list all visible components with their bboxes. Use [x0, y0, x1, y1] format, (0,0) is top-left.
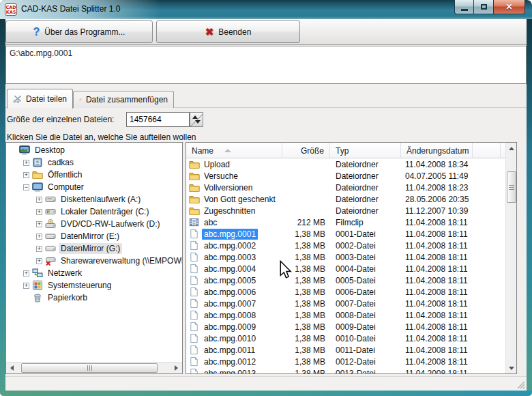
file-name-cell[interactable]: abc.mpg.0008 — [186, 309, 282, 321]
column-header-blank[interactable] — [473, 143, 501, 158]
tree-item-label[interactable]: DVD/CD-RW-Laufwerk (D:) — [59, 218, 162, 229]
file-name-label[interactable]: abc.mpg.0007 — [202, 298, 258, 309]
file-row[interactable]: abc.mpg.00121,38 MB0012-Datei11.04.2008 … — [186, 356, 505, 367]
file-name-cell[interactable]: Vollversionen — [186, 182, 282, 193]
spin-down-icon[interactable] — [195, 120, 201, 124]
file-name-label[interactable]: abc.mpg.0003 — [202, 252, 258, 263]
size-input[interactable] — [126, 112, 190, 127]
tree-item[interactable]: +DatenMirror (G:) — [6, 242, 182, 255]
file-name-label[interactable]: Von Gott geschenkt — [202, 194, 278, 205]
collapse-icon[interactable]: − — [23, 184, 29, 190]
expand-icon[interactable]: + — [23, 283, 29, 289]
file-row[interactable]: abc.mpg.00101,38 MB0010-Datei11.04.2008 … — [186, 333, 505, 344]
tree-item[interactable]: +cadkas — [6, 156, 182, 169]
file-name-label[interactable]: Versuche — [202, 171, 240, 182]
file-name-label[interactable]: Upload — [202, 159, 232, 170]
file-row[interactable]: abc.mpg.00011,38 MB0001-Datei11.04.2008 … — [186, 228, 505, 240]
file-row[interactable]: abc.mpg.00061,38 MB0006-Datei11.04.2008 … — [186, 286, 505, 298]
file-name-cell[interactable]: abc.mpg.0001 — [186, 228, 282, 240]
expand-icon[interactable]: + — [36, 209, 42, 215]
tree-item[interactable]: +Öffentlich — [6, 169, 182, 181]
tree-item[interactable]: +DatenMirror (E:) — [6, 230, 182, 242]
file-row[interactable]: abc.mpg.00031,38 MB0003-Datei11.04.2008 … — [186, 251, 505, 263]
about-button[interactable]: ? Über das Programm... — [5, 20, 153, 43]
file-name-label[interactable]: abc.mpg.0005 — [202, 275, 258, 286]
selected-path-box[interactable]: G:\abc.mpg.0001 — [5, 46, 527, 84]
column-header-größe[interactable]: Größe — [282, 143, 330, 158]
tree-item-label[interactable]: Papierkorb — [46, 292, 89, 303]
file-row[interactable]: abc.mpg.00051,38 MB0005-Datei11.04.2008 … — [186, 274, 505, 286]
expand-icon[interactable]: + — [23, 160, 29, 166]
tree-item-label[interactable]: Öffentlich — [46, 169, 84, 180]
tree-item-label[interactable]: Diskettenlaufwerk (A:) — [59, 194, 143, 205]
file-row[interactable]: VollversionenDateiordner11.04.2008 18:23 — [186, 182, 505, 193]
file-row[interactable]: abc.mpg.00091,38 MB0009-Datei11.04.2008 … — [186, 321, 505, 333]
file-name-cell[interactable]: abc.mpg.0007 — [186, 298, 282, 309]
file-name-label[interactable]: abc.mpg.0006 — [202, 287, 258, 298]
file-list-scrollbar-thumb[interactable] — [507, 171, 516, 203]
file-row[interactable]: abc.mpg.00081,38 MB0008-Datei11.04.2008 … — [186, 309, 505, 321]
file-name-cell[interactable]: abc.mpg.0004 — [186, 263, 282, 274]
tree-item[interactable]: −Computer — [6, 181, 182, 193]
spin-up-icon[interactable] — [192, 115, 198, 119]
tree-item-label[interactable]: cadkas — [46, 157, 76, 168]
file-name-label[interactable]: abc — [202, 217, 219, 228]
file-row[interactable]: abc.mpg.00021,38 MB0002-Datei11.04.2008 … — [186, 240, 505, 251]
tab-datei-zusammenfuegen[interactable]: Datei zusammenfügen — [73, 91, 174, 108]
file-name-cell[interactable]: abc.mpg.0006 — [186, 286, 282, 298]
file-name-cell[interactable]: abc.mpg.0012 — [186, 356, 282, 367]
file-name-label[interactable]: abc.mpg.0013 — [202, 368, 258, 374]
file-name-cell[interactable]: abc.mpg.0011 — [186, 344, 282, 356]
file-name-label[interactable]: abc.mpg.0001 — [202, 229, 258, 240]
column-header-änderungsdatum[interactable]: Änderungsdatum — [401, 143, 473, 158]
tree-item[interactable]: +Diskettenlaufwerk (A:) — [6, 193, 182, 206]
scroll-down-arrow[interactable] — [506, 363, 517, 373]
column-header-typ[interactable]: Typ — [330, 143, 401, 158]
file-row[interactable]: ZugeschnittenDateiordner11.12.2007 10:39 — [186, 205, 505, 216]
expand-icon[interactable]: + — [23, 172, 29, 178]
file-name-cell[interactable]: abc.mpg.0010 — [186, 333, 282, 344]
expand-icon[interactable]: + — [36, 246, 42, 252]
file-name-cell[interactable]: abc.mpg.0003 — [186, 251, 282, 263]
tree-horizontal-scrollbar[interactable] — [6, 362, 182, 373]
tree-scrollbar-thumb[interactable] — [21, 363, 158, 373]
file-row[interactable]: abc.mpg.00111,38 MB0011-Datei11.04.2008 … — [186, 344, 505, 356]
file-name-cell[interactable]: abc.mpg.0002 — [186, 240, 282, 251]
tree-item-label[interactable]: Netzwerk — [46, 268, 84, 279]
quit-button[interactable]: ✖ Beenden — [156, 20, 300, 43]
tree-item[interactable]: +DVD/CD-RW-Laufwerk (D:) — [6, 218, 182, 230]
tree-item-label[interactable]: Sharewareverwaltung (\\EMPOWER) — [59, 255, 182, 266]
minimize-button[interactable] — [454, 0, 474, 14]
tree-item-label[interactable]: DatenMirror (G:) — [59, 243, 122, 254]
resize-grip[interactable] — [516, 380, 525, 389]
title-bar[interactable]: CAD KAS CAD-KAS Datei Splitter 1.0 ✕ — [0, 0, 532, 19]
file-name-label[interactable]: abc.mpg.0002 — [202, 240, 258, 251]
tab-datei-teilen[interactable]: Datei teilen — [7, 89, 73, 109]
tree-item-label[interactable]: Computer — [46, 182, 86, 193]
file-row[interactable]: UploadDateiordner11.04.2008 18:34 — [186, 158, 505, 170]
expand-icon[interactable]: + — [23, 270, 29, 277]
tree-item[interactable]: Papierkorb — [6, 292, 182, 304]
file-name-cell[interactable]: abc.mpg.0013 — [186, 367, 282, 373]
file-row[interactable]: abc.mpg.00041,38 MB0004-Datei11.04.2008 … — [186, 263, 505, 274]
scroll-right-arrow[interactable] — [171, 363, 182, 373]
file-row[interactable]: Von Gott geschenktDateiordner28.05.2006 … — [186, 193, 505, 205]
file-name-label[interactable]: abc.mpg.0012 — [202, 356, 258, 367]
expand-icon[interactable]: + — [36, 221, 42, 227]
tree-item[interactable]: +Systemsteuerung — [6, 279, 182, 292]
scroll-up-arrow[interactable] — [506, 143, 517, 154]
tree-item-label[interactable]: DatenMirror (E:) — [59, 231, 121, 242]
file-name-label[interactable]: abc.mpg.0011 — [202, 345, 257, 356]
tree-item-label[interactable]: Lokaler Datenträger (C:) — [59, 206, 151, 217]
file-name-label[interactable]: abc.mpg.0008 — [202, 310, 258, 321]
file-name-cell[interactable]: Zugeschnitten — [186, 205, 282, 216]
file-name-label[interactable]: Vollversionen — [202, 182, 254, 193]
file-name-cell[interactable]: abc.mpg.0009 — [186, 321, 282, 333]
expand-icon[interactable]: + — [36, 197, 42, 203]
file-row[interactable]: abc212 MBFilmclip11.04.2008 18:11 — [186, 216, 505, 228]
close-button[interactable]: ✕ — [494, 0, 525, 14]
file-name-cell[interactable]: abc.mpg.0005 — [186, 274, 282, 286]
tree-item-label[interactable]: Desktop — [33, 145, 67, 156]
file-name-label[interactable]: abc.mpg.0004 — [202, 264, 258, 274]
file-list-vertical-scrollbar[interactable] — [505, 143, 516, 373]
